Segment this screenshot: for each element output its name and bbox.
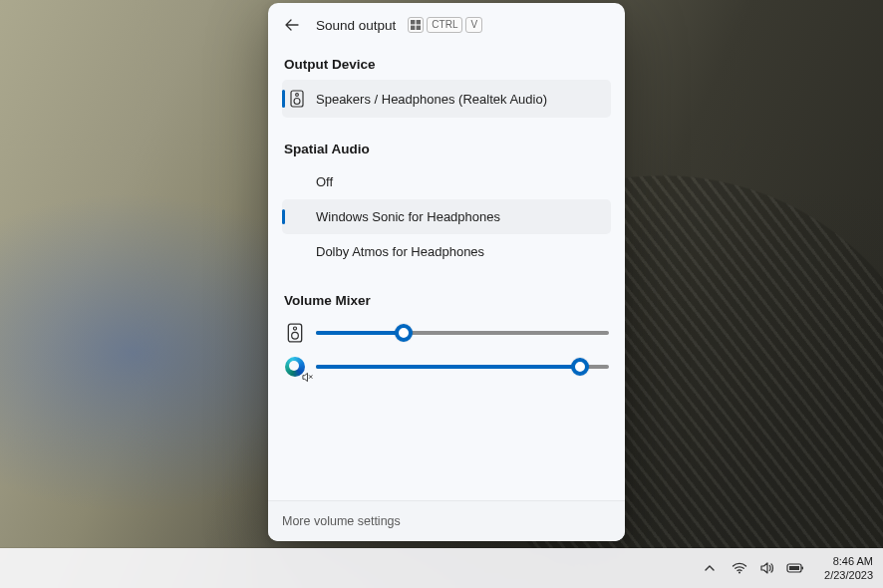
sound-output-flyout: Sound output CTRL V Output Device (268, 3, 625, 541)
taskbar-clock[interactable]: 8:46 AM 2/23/2023 (816, 554, 873, 582)
edge-volume-slider[interactable] (316, 359, 609, 375)
output-device-heading: Output Device (284, 57, 611, 72)
shortcut-hint: CTRL V (408, 17, 482, 33)
wifi-icon[interactable] (731, 559, 748, 577)
clock-time: 8:46 AM (824, 554, 873, 568)
svg-point-5 (296, 94, 299, 97)
mixer-channel-edge (282, 350, 611, 384)
svg-rect-13 (802, 567, 804, 570)
spatial-audio-label: Windows Sonic for Headphones (316, 209, 500, 224)
system-volume-slider[interactable] (316, 325, 609, 341)
volume-mixer-heading: Volume Mixer (284, 293, 611, 308)
mute-icon (302, 372, 313, 383)
svg-point-6 (294, 99, 300, 105)
battery-icon[interactable] (786, 559, 804, 577)
mixer-channel-system (282, 316, 611, 350)
arrow-left-icon (284, 17, 300, 33)
svg-rect-0 (411, 20, 415, 24)
svg-rect-2 (411, 26, 415, 30)
spatial-audio-off[interactable]: Off (282, 164, 611, 199)
tray-overflow-button[interactable] (699, 557, 721, 579)
back-button[interactable] (278, 11, 306, 39)
svg-point-8 (293, 327, 296, 330)
flyout-header: Sound output CTRL V (268, 3, 625, 43)
slider-thumb[interactable] (395, 324, 413, 342)
spatial-audio-windows-sonic[interactable]: Windows Sonic for Headphones (282, 199, 611, 234)
key-ctrl: CTRL (427, 17, 462, 33)
key-v: V (465, 17, 482, 33)
svg-rect-3 (417, 26, 421, 30)
spatial-audio-label: Dolby Atmos for Headphones (316, 244, 484, 259)
flyout-title: Sound output (316, 18, 396, 33)
output-device-item[interactable]: Speakers / Headphones (Realtek Audio) (282, 80, 611, 118)
taskbar: 8:46 AM 2/23/2023 (0, 548, 883, 588)
svg-rect-12 (789, 566, 799, 570)
flyout-body: Output Device Speakers / Headphones (Rea… (268, 43, 625, 500)
system-tray (691, 557, 812, 579)
volume-icon[interactable] (758, 559, 776, 577)
slider-thumb[interactable] (571, 358, 589, 376)
svg-rect-1 (417, 20, 421, 24)
svg-point-9 (292, 332, 299, 339)
output-device-label: Speakers / Headphones (Realtek Audio) (316, 92, 547, 107)
clock-date: 2/23/2023 (824, 568, 873, 582)
spatial-audio-label: Off (316, 174, 333, 189)
spatial-audio-dolby-atmos[interactable]: Dolby Atmos for Headphones (282, 234, 611, 269)
chevron-up-icon (704, 562, 716, 574)
windows-key-icon (408, 17, 424, 33)
spatial-audio-heading: Spatial Audio (284, 142, 611, 156)
speaker-icon[interactable] (284, 322, 306, 344)
more-volume-settings-link[interactable]: More volume settings (268, 500, 625, 541)
speaker-device-icon (288, 90, 306, 108)
edge-app-icon[interactable] (284, 356, 306, 378)
svg-point-10 (738, 572, 740, 574)
